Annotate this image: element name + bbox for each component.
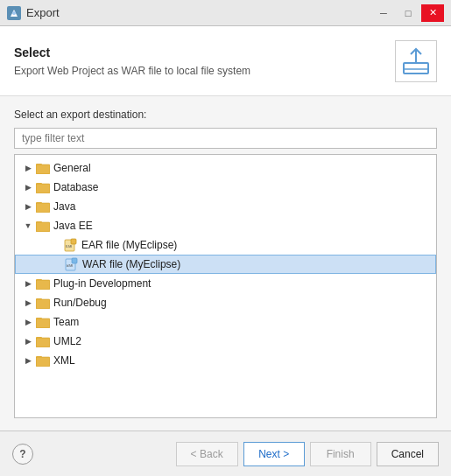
tree-icon-database	[36, 180, 50, 194]
tree-icon-general	[36, 161, 50, 175]
tree-icon-team	[36, 315, 50, 329]
tree-item-xml[interactable]: ▶ XML	[15, 351, 436, 370]
tree-toggle-uml2[interactable]: ▶	[22, 335, 34, 347]
svg-text:EAR: EAR	[66, 244, 73, 248]
help-button[interactable]: ?	[12, 444, 33, 465]
tree-toggle-ear	[50, 239, 62, 251]
tree-toggle-rundebug[interactable]: ▶	[22, 297, 34, 309]
tree-label-general: General	[53, 162, 91, 174]
export-icon	[400, 46, 432, 77]
app-icon	[7, 6, 21, 20]
svg-rect-23	[36, 279, 42, 282]
tree-label-ear: EAR file (MyEclipse)	[81, 239, 177, 251]
footer-right: < Back Next > Finish Cancel	[176, 442, 439, 466]
tree-item-uml2[interactable]: ▶ UML2	[15, 332, 436, 351]
tree-icon-plugin	[36, 276, 50, 290]
filter-input[interactable]	[14, 128, 437, 149]
titlebar: Export ─ □ ✕	[0, 0, 451, 26]
tree-toggle-plugin[interactable]: ▶	[22, 277, 34, 290]
svg-rect-5	[36, 164, 42, 166]
tree-item-javaee[interactable]: ▼ Java EE	[15, 216, 436, 235]
tree-icon-javaee	[36, 219, 50, 233]
tree-label-database: Database	[53, 181, 98, 193]
tree-icon-rundebug	[36, 296, 50, 310]
window-controls: ─ □ ✕	[372, 4, 444, 22]
svg-rect-32	[36, 337, 42, 340]
maximize-button[interactable]: □	[397, 4, 419, 22]
svg-rect-26	[36, 298, 42, 301]
tree-icon-war: WAR	[65, 257, 79, 271]
cancel-button[interactable]: Cancel	[377, 442, 439, 466]
minimize-button[interactable]: ─	[372, 4, 395, 22]
svg-rect-8	[36, 183, 42, 186]
content-section: Select an export destination: ▶ General▶…	[0, 96, 451, 430]
svg-text:WAR: WAR	[67, 263, 74, 268]
finish-button[interactable]: Finish	[310, 442, 371, 466]
svg-rect-1	[404, 63, 428, 74]
svg-rect-14	[36, 221, 42, 224]
export-icon-container	[395, 40, 437, 82]
tree-item-database[interactable]: ▶ Database	[15, 178, 436, 197]
tree-icon-uml2	[36, 334, 50, 348]
tree-icon-ear: EAR	[64, 238, 78, 252]
close-button[interactable]: ✕	[421, 4, 444, 22]
tree-item-general[interactable]: ▶ General	[15, 158, 436, 178]
tree-item-team[interactable]: ▶ Team	[15, 312, 436, 332]
footer: ? < Back Next > Finish Cancel	[0, 430, 451, 476]
titlebar-left: Export	[7, 6, 60, 20]
footer-left: ?	[12, 444, 33, 465]
tree-icon-xml	[36, 354, 50, 368]
window-title: Export	[26, 6, 60, 19]
next-button[interactable]: Next >	[243, 442, 305, 466]
tree-item-java[interactable]: ▶ Java	[15, 197, 436, 216]
tree-toggle-xml[interactable]: ▶	[22, 354, 34, 367]
svg-rect-11	[36, 202, 42, 205]
header-text: Select Export Web Project as WAR file to…	[14, 46, 395, 77]
tree-label-xml: XML	[53, 354, 75, 367]
tree-toggle-war	[51, 258, 63, 270]
tree-label-team: Team	[53, 316, 79, 328]
tree-item-plugin[interactable]: ▶ Plug-in Development	[15, 274, 436, 293]
svg-rect-35	[36, 356, 42, 359]
svg-point-0	[12, 11, 16, 15]
tree-label-rundebug: Run/Debug	[53, 297, 107, 309]
tree-toggle-team[interactable]: ▶	[22, 316, 34, 328]
section-label: Select an export destination:	[14, 108, 437, 121]
tree-toggle-javaee[interactable]: ▼	[22, 220, 34, 232]
back-button[interactable]: < Back	[176, 442, 238, 466]
tree-item-rundebug[interactable]: ▶ Run/Debug	[15, 293, 436, 312]
tree-toggle-general[interactable]: ▶	[22, 162, 34, 174]
tree-label-javaee: Java EE	[53, 220, 93, 232]
tree-label-uml2: UML2	[53, 335, 81, 347]
tree-icon-java	[36, 200, 50, 214]
header-subtitle: Export Web Project as WAR file to local …	[14, 65, 395, 77]
tree-item-war[interactable]: WAR WAR file (MyEclipse)	[15, 255, 436, 274]
header-section: Select Export Web Project as WAR file to…	[0, 26, 451, 96]
tree-container[interactable]: ▶ General▶ Database▶ Java▼ Java EE EAR E…	[14, 154, 437, 418]
tree-item-ear[interactable]: EAR EAR file (MyEclipse)	[15, 235, 436, 255]
tree-label-plugin: Plug-in Development	[53, 277, 151, 290]
tree-label-war: WAR file (MyEclipse)	[82, 258, 180, 270]
tree-toggle-java[interactable]: ▶	[22, 200, 34, 213]
svg-rect-29	[36, 318, 42, 320]
dialog-body: Select Export Web Project as WAR file to…	[0, 26, 451, 476]
header-title: Select	[14, 46, 395, 60]
tree-toggle-database[interactable]: ▶	[22, 181, 34, 193]
tree-label-java: Java	[53, 200, 75, 213]
